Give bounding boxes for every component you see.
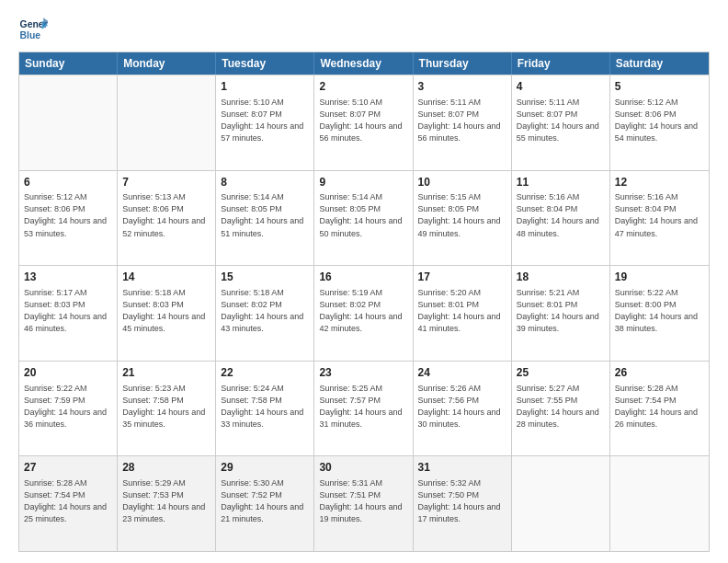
calendar-row: 20Sunrise: 5:22 AMSunset: 7:59 PMDayligh… <box>19 361 709 456</box>
day-number: 25 <box>517 365 605 381</box>
day-number: 4 <box>517 79 605 95</box>
calendar-cell: 3Sunrise: 5:11 AMSunset: 8:07 PMDaylight… <box>414 75 512 170</box>
cell-details: Sunrise: 5:21 AMSunset: 8:01 PMDaylight:… <box>517 287 605 335</box>
day-number: 9 <box>319 175 407 190</box>
calendar-row: 1Sunrise: 5:10 AMSunset: 8:07 PMDaylight… <box>19 75 709 170</box>
cell-details: Sunrise: 5:26 AMSunset: 7:56 PMDaylight:… <box>418 383 506 431</box>
calendar-cell <box>512 456 610 551</box>
cell-details: Sunrise: 5:14 AMSunset: 8:05 PMDaylight:… <box>221 191 309 239</box>
calendar-cell: 10Sunrise: 5:15 AMSunset: 8:05 PMDayligh… <box>414 171 512 266</box>
weekday-header: Sunday <box>19 52 118 75</box>
cell-details: Sunrise: 5:31 AMSunset: 7:51 PMDaylight:… <box>319 477 407 525</box>
weekday-header: Wednesday <box>314 52 413 75</box>
calendar-cell: 18Sunrise: 5:21 AMSunset: 8:01 PMDayligh… <box>512 266 610 361</box>
cell-details: Sunrise: 5:22 AMSunset: 8:00 PMDaylight:… <box>615 287 704 335</box>
day-number: 24 <box>418 365 506 381</box>
cell-details: Sunrise: 5:12 AMSunset: 8:06 PMDaylight:… <box>615 97 704 144</box>
cell-details: Sunrise: 5:13 AMSunset: 8:06 PMDaylight:… <box>122 191 210 239</box>
day-number: 13 <box>24 270 112 285</box>
calendar-cell <box>610 456 709 551</box>
calendar-cell: 20Sunrise: 5:22 AMSunset: 7:59 PMDayligh… <box>19 362 118 456</box>
calendar-row: 27Sunrise: 5:28 AMSunset: 7:54 PMDayligh… <box>19 455 709 551</box>
calendar-cell: 1Sunrise: 5:10 AMSunset: 8:07 PMDaylight… <box>216 75 314 170</box>
cell-details: Sunrise: 5:10 AMSunset: 8:07 PMDaylight:… <box>319 97 407 144</box>
cell-details: Sunrise: 5:10 AMSunset: 8:07 PMDaylight:… <box>221 97 309 144</box>
weekday-header: Thursday <box>414 52 512 75</box>
calendar-cell: 31Sunrise: 5:32 AMSunset: 7:50 PMDayligh… <box>414 456 512 551</box>
cell-details: Sunrise: 5:28 AMSunset: 7:54 PMDaylight:… <box>615 383 704 431</box>
calendar-cell: 28Sunrise: 5:29 AMSunset: 7:53 PMDayligh… <box>118 456 216 551</box>
cell-details: Sunrise: 5:11 AMSunset: 8:07 PMDaylight:… <box>517 97 605 144</box>
weekday-header: Monday <box>118 52 216 75</box>
calendar-cell <box>118 75 216 170</box>
day-number: 17 <box>418 270 506 285</box>
calendar-cell: 19Sunrise: 5:22 AMSunset: 8:00 PMDayligh… <box>610 266 709 361</box>
day-number: 29 <box>221 460 309 476</box>
calendar-cell: 11Sunrise: 5:16 AMSunset: 8:04 PMDayligh… <box>512 171 610 266</box>
cell-details: Sunrise: 5:16 AMSunset: 8:04 PMDaylight:… <box>615 191 704 239</box>
cell-details: Sunrise: 5:11 AMSunset: 8:07 PMDaylight:… <box>418 97 506 144</box>
logo: General Blue <box>18 15 48 44</box>
cell-details: Sunrise: 5:16 AMSunset: 8:04 PMDaylight:… <box>517 191 605 239</box>
day-number: 26 <box>615 365 704 381</box>
calendar-cell: 13Sunrise: 5:17 AMSunset: 8:03 PMDayligh… <box>19 266 118 361</box>
calendar-cell: 14Sunrise: 5:18 AMSunset: 8:03 PMDayligh… <box>118 266 216 361</box>
calendar-cell: 8Sunrise: 5:14 AMSunset: 8:05 PMDaylight… <box>216 171 314 266</box>
day-number: 15 <box>221 270 309 285</box>
calendar-cell: 23Sunrise: 5:25 AMSunset: 7:57 PMDayligh… <box>314 362 413 456</box>
calendar-cell: 2Sunrise: 5:10 AMSunset: 8:07 PMDaylight… <box>314 75 413 170</box>
cell-details: Sunrise: 5:32 AMSunset: 7:50 PMDaylight:… <box>418 477 506 525</box>
day-number: 21 <box>122 365 210 381</box>
cell-details: Sunrise: 5:19 AMSunset: 8:02 PMDaylight:… <box>319 287 407 335</box>
day-number: 28 <box>122 460 210 476</box>
calendar-cell: 30Sunrise: 5:31 AMSunset: 7:51 PMDayligh… <box>314 456 413 551</box>
cell-details: Sunrise: 5:22 AMSunset: 7:59 PMDaylight:… <box>24 383 112 431</box>
weekday-header: Friday <box>512 52 610 75</box>
cell-details: Sunrise: 5:30 AMSunset: 7:52 PMDaylight:… <box>221 477 309 525</box>
day-number: 14 <box>122 270 210 285</box>
day-number: 19 <box>615 270 704 285</box>
page-header: General Blue <box>18 15 710 44</box>
cell-details: Sunrise: 5:14 AMSunset: 8:05 PMDaylight:… <box>319 191 407 239</box>
cell-details: Sunrise: 5:27 AMSunset: 7:55 PMDaylight:… <box>517 383 605 431</box>
calendar-row: 13Sunrise: 5:17 AMSunset: 8:03 PMDayligh… <box>19 265 709 361</box>
calendar-cell: 4Sunrise: 5:11 AMSunset: 8:07 PMDaylight… <box>512 75 610 170</box>
calendar-cell: 7Sunrise: 5:13 AMSunset: 8:06 PMDaylight… <box>118 171 216 266</box>
day-number: 31 <box>418 460 506 476</box>
day-number: 20 <box>24 365 112 381</box>
calendar-cell: 22Sunrise: 5:24 AMSunset: 7:58 PMDayligh… <box>216 362 314 456</box>
day-number: 23 <box>319 365 407 381</box>
cell-details: Sunrise: 5:17 AMSunset: 8:03 PMDaylight:… <box>24 287 112 335</box>
calendar-cell: 15Sunrise: 5:18 AMSunset: 8:02 PMDayligh… <box>216 266 314 361</box>
day-number: 27 <box>24 460 112 476</box>
day-number: 18 <box>517 270 605 285</box>
calendar-cell: 16Sunrise: 5:19 AMSunset: 8:02 PMDayligh… <box>314 266 413 361</box>
calendar-cell: 17Sunrise: 5:20 AMSunset: 8:01 PMDayligh… <box>414 266 512 361</box>
cell-details: Sunrise: 5:29 AMSunset: 7:53 PMDaylight:… <box>122 477 210 525</box>
calendar-header: SundayMondayTuesdayWednesdayThursdayFrid… <box>19 52 709 75</box>
day-number: 7 <box>122 175 210 190</box>
logo-icon: General Blue <box>18 15 48 44</box>
day-number: 8 <box>221 175 309 190</box>
calendar-cell: 24Sunrise: 5:26 AMSunset: 7:56 PMDayligh… <box>414 362 512 456</box>
day-number: 6 <box>24 175 112 190</box>
weekday-header: Saturday <box>610 52 709 75</box>
cell-details: Sunrise: 5:28 AMSunset: 7:54 PMDaylight:… <box>24 477 112 525</box>
calendar-row: 6Sunrise: 5:12 AMSunset: 8:06 PMDaylight… <box>19 170 709 266</box>
calendar-body: 1Sunrise: 5:10 AMSunset: 8:07 PMDaylight… <box>19 75 709 551</box>
svg-text:Blue: Blue <box>20 30 41 40</box>
cell-details: Sunrise: 5:18 AMSunset: 8:02 PMDaylight:… <box>221 287 309 335</box>
calendar-cell: 27Sunrise: 5:28 AMSunset: 7:54 PMDayligh… <box>19 456 118 551</box>
cell-details: Sunrise: 5:18 AMSunset: 8:03 PMDaylight:… <box>122 287 210 335</box>
cell-details: Sunrise: 5:25 AMSunset: 7:57 PMDaylight:… <box>319 383 407 431</box>
calendar-cell: 5Sunrise: 5:12 AMSunset: 8:06 PMDaylight… <box>610 75 709 170</box>
calendar-cell <box>19 75 118 170</box>
calendar: SundayMondayTuesdayWednesdayThursdayFrid… <box>18 52 710 552</box>
cell-details: Sunrise: 5:20 AMSunset: 8:01 PMDaylight:… <box>418 287 506 335</box>
calendar-page: General Blue SundayMondayTuesdayWednesda… <box>0 0 728 563</box>
calendar-cell: 21Sunrise: 5:23 AMSunset: 7:58 PMDayligh… <box>118 362 216 456</box>
cell-details: Sunrise: 5:23 AMSunset: 7:58 PMDaylight:… <box>122 383 210 431</box>
day-number: 5 <box>615 79 704 95</box>
calendar-cell: 25Sunrise: 5:27 AMSunset: 7:55 PMDayligh… <box>512 362 610 456</box>
day-number: 11 <box>517 175 605 190</box>
